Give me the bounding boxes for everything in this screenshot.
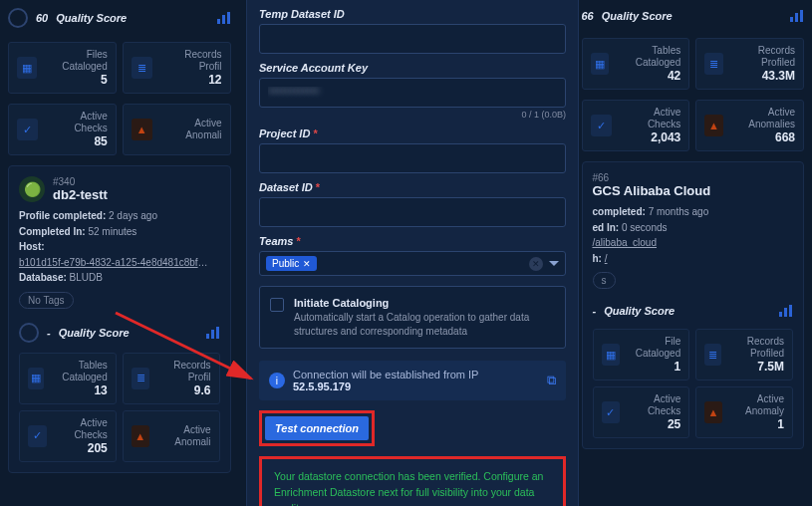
list-icon: ≣ xyxy=(704,344,720,366)
tile-label: Active Anomali xyxy=(157,424,211,448)
list-icon: ≣ xyxy=(132,368,150,389)
teams-select[interactable]: Public✕ ✕ xyxy=(259,251,566,276)
metric-tile[interactable]: ▲Active Anomali xyxy=(123,104,231,155)
dataset-id-input[interactable] xyxy=(259,197,566,227)
connection-modal: Temp Dataset ID Service Account Key 0 / … xyxy=(247,0,578,506)
tile-label: Active Anomali xyxy=(160,118,222,141)
score-value: - xyxy=(593,305,597,317)
chart-icon[interactable] xyxy=(204,325,220,341)
metric-tile[interactable]: ▲Active Anomaly1 xyxy=(695,386,793,438)
ip-prefix: Connection will be established from IP xyxy=(293,369,478,380)
svg-rect-0 xyxy=(217,19,220,24)
tile-label: Active Checks xyxy=(46,111,107,134)
info-icon: i xyxy=(269,373,285,388)
tile-value: 205 xyxy=(55,441,108,455)
catalog-checkbox[interactable] xyxy=(270,298,284,312)
meta-value: 7 months ago xyxy=(649,206,709,217)
project-id-input[interactable] xyxy=(259,143,566,173)
card-name: GCS Alibaba Cloud xyxy=(593,183,711,198)
tile-value: 1 xyxy=(730,417,784,431)
chart-icon[interactable] xyxy=(788,8,804,24)
metric-tile[interactable]: ≣Records Profiled43.3M xyxy=(695,38,804,90)
clear-icon[interactable]: ✕ xyxy=(529,257,543,271)
tile-label: Tables Cataloged xyxy=(617,45,680,69)
team-chip[interactable]: Public✕ xyxy=(266,256,317,271)
tile-label: Records Profil xyxy=(157,360,210,383)
score-value: 66 xyxy=(582,10,594,22)
warn-icon: ▲ xyxy=(704,115,723,136)
metric-tile[interactable]: ▦File Cataloged1 xyxy=(593,329,690,380)
initiate-cataloging-option[interactable]: Initiate Cataloging Automatically start … xyxy=(259,286,566,349)
close-icon[interactable]: ✕ xyxy=(303,259,311,269)
grid-icon: ▦ xyxy=(17,57,37,79)
score-label: Quality Score xyxy=(59,327,130,339)
service-account-key-input[interactable] xyxy=(259,78,566,108)
metric-tile[interactable]: ✓Active Checks25 xyxy=(593,386,690,438)
svg-rect-3 xyxy=(206,334,209,339)
test-connection-button[interactable]: Test connection xyxy=(265,416,369,440)
svg-rect-5 xyxy=(216,327,219,339)
tile-value: 7.5M xyxy=(729,360,784,374)
score-value: - xyxy=(47,327,51,339)
datastore-card[interactable]: 🟢 #340 db2-testt Profile completed: 2 da… xyxy=(8,165,231,473)
svg-rect-9 xyxy=(779,312,782,317)
check-icon: ✓ xyxy=(17,119,38,140)
svg-rect-2 xyxy=(227,12,230,24)
meta-value: / xyxy=(605,253,608,264)
tile-value: 25 xyxy=(628,417,680,431)
tile-value: 85 xyxy=(46,134,107,148)
card-seq: #340 xyxy=(53,176,108,187)
grid-icon: ▦ xyxy=(591,53,609,75)
tile-label: Records Profil xyxy=(160,49,221,73)
meta-label: Host: xyxy=(19,241,45,252)
svg-rect-8 xyxy=(800,10,803,22)
success-message: Your datastore connection has been verif… xyxy=(259,456,566,506)
tag-chip[interactable]: No Tags xyxy=(19,292,74,309)
chart-icon[interactable] xyxy=(777,303,793,319)
check-icon: ✓ xyxy=(591,115,612,136)
meta-value: BLUDB xyxy=(70,272,103,283)
metric-tile[interactable]: ▦Tables Cataloged42 xyxy=(582,38,690,90)
tile-value: 9.6 xyxy=(157,383,210,397)
svg-rect-7 xyxy=(795,13,798,22)
metric-tile[interactable]: ▲Active Anomali xyxy=(123,410,220,462)
list-icon: ≣ xyxy=(704,53,723,75)
warn-icon: ▲ xyxy=(704,401,721,423)
svg-rect-1 xyxy=(222,15,225,24)
metric-tile[interactable]: ✓Active Checks2,043 xyxy=(582,100,690,151)
meta-value: 52 minutes xyxy=(88,226,136,237)
host-link[interactable]: b101d15f-e79b-4832-a125-4e8d481c8bf4.bs2… xyxy=(19,255,208,271)
metric-tile[interactable]: ▦Tables Cataloged13 xyxy=(19,353,117,404)
metric-tile[interactable]: ▲Active Anomalies668 xyxy=(695,100,804,151)
quality-score-header: 60 Quality Score xyxy=(8,4,231,32)
datastore-card[interactable]: #66 GCS Alibaba Cloud completed: 7 month… xyxy=(582,161,805,449)
catalog-title: Initiate Cataloging xyxy=(294,297,555,309)
tile-value: 42 xyxy=(617,69,680,83)
score-label: Quality Score xyxy=(602,10,673,22)
metric-tile[interactable]: ▦Files Cataloged5 xyxy=(8,42,117,94)
tile-label: Active Checks xyxy=(628,393,680,417)
metric-tile[interactable]: ✓Active Checks85 xyxy=(8,104,117,155)
sak-label: Service Account Key xyxy=(259,62,566,74)
ip-address: 52.5.95.179 xyxy=(293,380,351,392)
metric-tile[interactable]: ≣Records Profiled7.5M xyxy=(695,329,793,380)
temp-dataset-input[interactable] xyxy=(259,24,566,54)
metric-tile[interactable]: ✓Active Checks205 xyxy=(19,410,117,462)
meta-value: 2 days ago xyxy=(109,210,157,221)
host-link[interactable]: /alibaba_cloud xyxy=(593,237,658,248)
chevron-down-icon[interactable] xyxy=(549,261,559,266)
meta-value: 0 seconds xyxy=(622,222,668,233)
score-label: Quality Score xyxy=(604,305,675,317)
meta-label: ed In: xyxy=(593,222,620,233)
chart-icon[interactable] xyxy=(215,10,231,26)
metric-tile[interactable]: ≣Records Profil12 xyxy=(123,42,231,94)
tile-label: Files Cataloged xyxy=(45,49,108,73)
catalog-desc: Automatically start a Catalog operation … xyxy=(294,311,555,338)
temp-dataset-label: Temp Dataset ID xyxy=(259,8,566,20)
metric-tile[interactable]: ≣Records Profil9.6 xyxy=(123,353,220,404)
grid-icon: ▦ xyxy=(28,368,44,389)
quality-score-header: 66 Quality Score xyxy=(582,4,805,28)
project-id-label: Project ID xyxy=(259,127,566,139)
tag-chip[interactable]: s xyxy=(593,272,616,289)
copy-icon[interactable]: ⧉ xyxy=(547,373,556,388)
